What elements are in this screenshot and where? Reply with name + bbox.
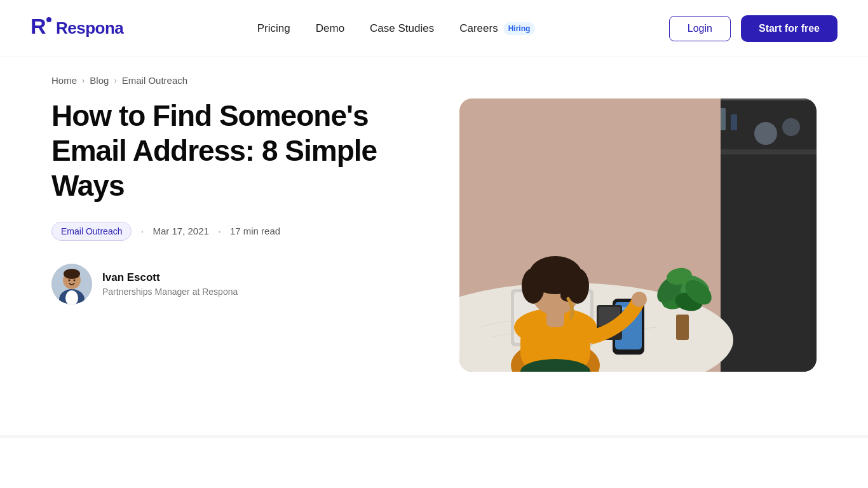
nav-careers-label: Careers [459,22,498,35]
svg-point-1 [46,17,51,22]
start-free-button[interactable]: Start for free [741,15,837,42]
breadcrumb-home[interactable]: Home [51,75,77,86]
nav-pricing[interactable]: Pricing [257,22,290,35]
breadcrumb-separator-1: › [82,76,85,85]
breadcrumb-current: Email Outreach [122,75,187,86]
meta-dot-2: · [218,226,221,237]
breadcrumb-blog[interactable]: Blog [90,75,109,86]
nav-demo[interactable]: Demo [316,22,344,35]
svg-rect-41 [676,315,689,340]
svg-point-39 [632,292,647,307]
svg-point-7 [69,279,71,281]
author-name: Ivan Escott [102,271,238,284]
article-meta: Email Outreach · Mar 17, 2021 · 17 min r… [51,222,409,241]
author-role: Partnerships Manager at Respona [102,287,238,297]
brand-name-text: Respona [56,18,123,38]
header-actions: Login Start for free [669,15,837,42]
main-content: Home › Blog › Email Outreach How to Find… [21,57,847,410]
meta-dot-1: · [140,226,144,237]
brand-name: R Respona [31,15,123,43]
svg-point-8 [74,279,76,281]
article-read-time: 17 min read [230,226,280,236]
logo-r-letter: R [31,15,53,43]
article-tag[interactable]: Email Outreach [51,222,132,241]
footer-divider [0,435,868,438]
svg-rect-38 [546,308,564,327]
main-nav: Pricing Demo Case Studies Careers Hiring [257,22,536,35]
svg-point-36 [522,268,545,304]
article-title: How to Find Someone's Email Address: 8 S… [51,98,409,204]
article-content: How to Find Someone's Email Address: 8 S… [51,98,409,304]
svg-point-6 [64,269,80,279]
image-scene [459,98,817,372]
logo[interactable]: R Respona [31,15,123,43]
nav-case-studies[interactable]: Case Studies [370,22,434,35]
site-header: R Respona Pricing Demo Case Studies Care… [0,0,868,57]
hiring-badge: Hiring [503,22,536,35]
article-date: Mar 17, 2021 [153,226,209,236]
svg-text:R: R [31,15,46,37]
author-section: Ivan Escott Partnerships Manager at Resp… [51,264,409,304]
article-hero-image [459,98,817,372]
breadcrumb: Home › Blog › Email Outreach [51,57,817,98]
author-avatar [51,264,92,304]
article-layout: How to Find Someone's Email Address: 8 S… [51,98,817,410]
breadcrumb-separator-2: › [114,76,116,85]
author-info: Ivan Escott Partnerships Manager at Resp… [102,271,238,297]
nav-careers[interactable]: Careers Hiring [459,22,535,35]
login-button[interactable]: Login [669,16,731,41]
